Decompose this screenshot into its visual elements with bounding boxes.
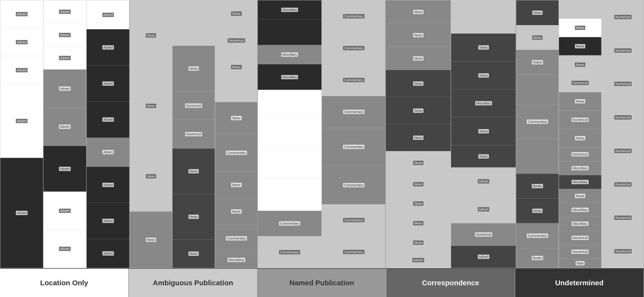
treemap-cell-2-0-8: Commentary — [258, 211, 322, 236]
treemap-cell-4-0-8: Commentary — [516, 223, 559, 248]
treemap-cell-4-0-2: Notice — [516, 50, 559, 75]
cell-label-1-2-7: News — [231, 209, 242, 214]
treemap-cell-1-2-0: News — [215, 0, 258, 27]
treemap-col-4-2: NumericalNumericalNumericalNumericalNume… — [602, 0, 644, 268]
treemap-col-4-0: NewsNewsNoticeCommentaryBooksNewsComment… — [516, 0, 559, 268]
treemap-cell-0-0-4: Advert — [0, 158, 43, 268]
treemap-cell-2-0-4 — [258, 90, 322, 115]
cell-label-0-0-3: Advert — [16, 119, 27, 123]
cell-label-1-2-2: News — [231, 65, 242, 69]
treemap-cell-4-0-7: News — [516, 198, 559, 223]
chart-area: AdvertAdvertAdvertAdvertAdvertAdvertAdve… — [0, 0, 644, 268]
cell-label-1-1-4: News — [188, 169, 199, 173]
cell-label-0-0-1: Advert — [16, 40, 27, 44]
cell-label-1-0-2: News — [146, 174, 156, 178]
treemap-cell-1-2-3 — [215, 80, 258, 102]
treemap-cell-2-0-0: Miscellary — [258, 0, 322, 19]
cell-label-2-0-3: Miscellary — [281, 75, 298, 79]
cell-label-4-2-2: Numerical — [614, 82, 631, 86]
cell-label-0-2-6: Advert — [102, 219, 114, 223]
cell-label-0-2-5: Advert — [102, 183, 114, 187]
treemap-cell-3-0-8: News — [386, 194, 451, 213]
treemap-cell-1-1-1: News — [172, 46, 215, 91]
cell-label-0-2-0: Advert — [102, 13, 114, 17]
treemap-cell-3-0-10: News — [386, 233, 451, 252]
treemap-cell-3-0-11: Advert — [386, 253, 451, 268]
treemap-cell-4-2-4: Numerical — [602, 134, 644, 168]
cell-label-1-0-1: News — [146, 104, 156, 108]
treemap-cell-2-1-3: Commentary — [322, 96, 386, 128]
treemap-cell-3-0-0: News — [386, 0, 451, 23]
cell-label-0-1-7: Advert — [59, 247, 70, 251]
treemap-cell-1-0-1: News — [130, 71, 172, 141]
treemap-cell-2-1-0: Commentary — [322, 0, 386, 32]
cell-label-1-0-0: News — [146, 33, 156, 38]
category-section-correspondence: NewsNewsNewsNewsNewsNewsNewsNewsNewsNews… — [386, 0, 516, 268]
treemap-cell-0-2-5: Advert — [86, 167, 130, 203]
cell-label-3-1-4: News — [478, 129, 489, 133]
treemap-cell-2-1-2: Commentary — [322, 64, 386, 96]
treemap-col-0-1: AdvertAdvertAdvertAdvertAdvertAdvertAdve… — [44, 0, 86, 268]
cell-label-2-1-2: Commentary — [343, 78, 364, 82]
treemap-cell-4-1-12: Miscellary — [559, 203, 601, 217]
cell-label-1-2-0: News — [231, 11, 242, 16]
cell-label-4-0-7: News — [532, 209, 542, 213]
treemap-cell-3-1-2: News — [451, 61, 516, 89]
treemap-cell-4-1-13: Miscellary — [559, 217, 601, 231]
cell-label-1-0-3: News — [146, 238, 156, 242]
treemap-cell-3-0-5: News — [386, 124, 451, 151]
treemap-cell-3-1-9: Advert — [451, 246, 516, 268]
cell-label-1-1-2: Numerical — [185, 103, 202, 108]
cell-label-3-0-2: News — [413, 56, 424, 61]
treemap-cell-4-0-0: News — [516, 0, 559, 25]
treemap-col-1-0: NewsNewsNewsNews — [130, 0, 172, 268]
treemap-cell-1-2-1: Numerical — [215, 27, 258, 54]
treemap-col-4-1: NewsNewsNewsNumericalNewsNumericalNewsNu… — [559, 0, 602, 268]
cell-label-1-2-8: Commentary — [226, 236, 247, 241]
treemap-cell-4-1-7: News — [559, 129, 601, 147]
cell-label-1-2-6: News — [231, 183, 242, 187]
cell-label-2-0-0: Miscellary — [281, 8, 298, 12]
treemap-cell-4-2-3: Numerical — [602, 101, 644, 134]
treemap-cell-4-2-2: Numerical — [602, 67, 644, 101]
treemap-cell-1-2-4: News — [215, 102, 258, 134]
cell-label-4-2-1: Numerical — [614, 48, 631, 53]
category-section-ambiguous-publication: NewsNewsNewsNewsNewsNumericalNumericalNe… — [130, 0, 258, 268]
cell-label-3-0-0: News — [413, 10, 424, 14]
cell-label-4-1-5: News — [575, 99, 585, 103]
cell-label-0-2-2: Advert — [102, 81, 114, 86]
cell-label-4-1-11: News — [575, 194, 585, 198]
treemap-cell-4-1-1: News — [559, 19, 601, 37]
treemap-cell-4-1-9: Miscellary — [559, 161, 601, 175]
treemap-col-1-1: NewsNumericalNumericalNewsNewsNews — [172, 0, 215, 268]
cell-label-2-1-0: Commentary — [343, 14, 364, 18]
cell-label-3-0-6: News — [413, 161, 424, 165]
treemap-cell-3-0-2: News — [386, 47, 451, 70]
treemap-cell-3-1-4: News — [451, 117, 516, 145]
treemap-cell-3-1-0 — [451, 0, 516, 33]
cell-label-1-1-1: News — [188, 66, 199, 71]
legend-bar: Location OnlyAmbiguous PublicationNamed … — [0, 268, 644, 297]
treemap-cell-0-2-2: Advert — [86, 65, 130, 102]
cell-label-3-1-9: Advert — [478, 255, 489, 259]
treemap-cell-4-0-1: News — [516, 25, 559, 50]
cell-label-1-2-5: Commentary — [226, 151, 247, 155]
cell-label-3-1-3: Miscellary — [475, 101, 492, 105]
cell-label-3-0-8: News — [413, 201, 424, 206]
legend-item-0: Location Only — [0, 269, 129, 297]
cell-label-0-2-4: Advert — [102, 150, 114, 154]
cell-label-4-1-14: Numerical — [572, 236, 588, 240]
cell-label-3-1-2: News — [478, 73, 489, 78]
treemap-cell-3-0-1: News — [386, 23, 451, 47]
category-section-undetermined: NewsNewsNoticeCommentaryBooksNewsComment… — [516, 0, 644, 268]
treemap-cell-0-1-3: Advert — [44, 69, 86, 108]
treemap-cell-4-1-11: News — [559, 189, 601, 203]
treemap-cell-2-0-3: Miscellary — [258, 64, 322, 90]
cell-label-2-0-9: Commentary — [279, 250, 300, 254]
treemap-cell-1-0-2: News — [130, 141, 172, 212]
treemap-cell-2-0-9: Commentary — [258, 236, 322, 268]
cell-label-4-1-15: Numerical — [572, 250, 588, 254]
treemap-cell-3-0-3: News — [386, 70, 451, 97]
treemap-cell-4-1-8: Numerical — [559, 147, 601, 161]
cell-label-0-1-0: Advert — [59, 9, 70, 14]
